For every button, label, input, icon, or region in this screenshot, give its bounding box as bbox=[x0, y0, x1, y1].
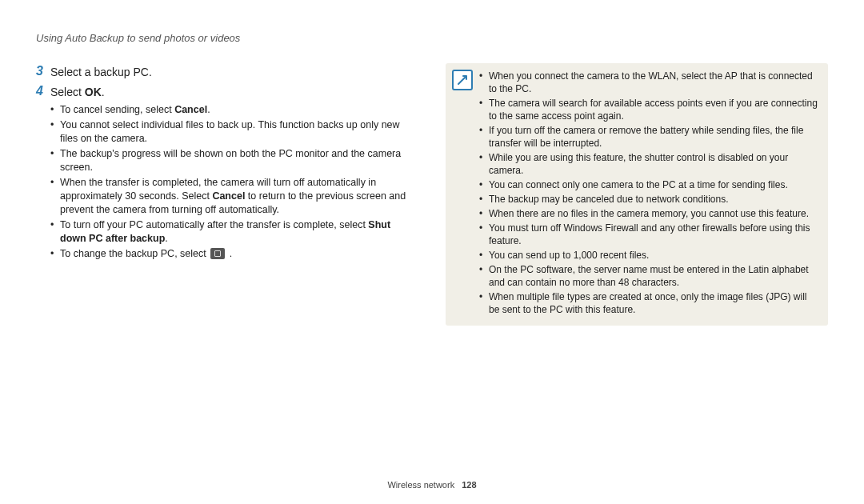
bullet-bold: Cancel bbox=[212, 190, 245, 202]
display-icon bbox=[210, 248, 225, 259]
step-4: 4 Select OK. bbox=[36, 83, 418, 100]
note-item: The camera will search for available acc… bbox=[479, 97, 818, 122]
step-number: 4 bbox=[36, 83, 50, 99]
bullet-text: To change the backup PC, select bbox=[60, 248, 209, 259]
note-item: While you are using this feature, the sh… bbox=[479, 151, 818, 177]
note-item: On the PC software, the server name must… bbox=[479, 263, 818, 289]
note-item: You must turn off Windows Firewall and a… bbox=[479, 222, 818, 247]
bullet: To turn off your PC automatically after … bbox=[50, 218, 418, 246]
bullet-tail: . bbox=[207, 104, 210, 115]
bullet: To cancel sending, select Cancel. bbox=[50, 103, 418, 117]
left-column: 3 Select a backup PC. 4 Select OK. To ca… bbox=[36, 63, 423, 326]
bullet-tail: . bbox=[165, 233, 167, 244]
note-item: When multiple file types are created at … bbox=[479, 290, 818, 316]
step-3: 3 Select a backup PC. bbox=[36, 63, 418, 80]
section-heading: Using Auto Backup to send photos or vide… bbox=[36, 32, 828, 44]
page-footer: Wireless network 128 bbox=[0, 480, 864, 490]
manual-page: Using Auto Backup to send photos or vide… bbox=[0, 0, 864, 504]
bullet: When the transfer is completed, the came… bbox=[50, 176, 418, 217]
step-text-suffix: . bbox=[102, 86, 105, 98]
note-item: The backup may be canceled due to networ… bbox=[479, 193, 818, 206]
sub-bullets: To cancel sending, select Cancel. You ca… bbox=[50, 103, 418, 261]
bullet-tail: . bbox=[226, 248, 232, 259]
bullet-text: To turn off your PC automatically after … bbox=[60, 219, 368, 230]
note-item: You can send up to 1,000 recent files. bbox=[479, 249, 818, 262]
bullet: You cannot select individual files to ba… bbox=[50, 118, 418, 146]
bullet-text: The backup's progress will be shown on b… bbox=[60, 148, 401, 173]
note-icon bbox=[452, 70, 473, 90]
note-item: If you turn off the camera or remove the… bbox=[479, 124, 818, 150]
footer-section: Wireless network bbox=[387, 480, 454, 490]
bullet: To change the backup PC, select . bbox=[50, 247, 418, 261]
step-text: Select OK. bbox=[50, 83, 418, 100]
bullet-bold: Cancel bbox=[174, 104, 207, 115]
right-column: When you connect the camera to the WLAN,… bbox=[446, 63, 828, 326]
step-number: 3 bbox=[36, 63, 50, 79]
bullet: The backup's progress will be shown on b… bbox=[50, 147, 418, 174]
note-list: When you connect the camera to the WLAN,… bbox=[479, 70, 818, 316]
note-item: When you connect the camera to the WLAN,… bbox=[479, 70, 818, 95]
step-bold: OK bbox=[85, 86, 102, 98]
note-box: When you connect the camera to the WLAN,… bbox=[446, 63, 828, 326]
note-item: You can connect only one camera to the P… bbox=[479, 178, 818, 191]
step-text-prefix: Select bbox=[50, 86, 85, 98]
bullet-text: You cannot select individual files to ba… bbox=[60, 119, 400, 144]
two-column-layout: 3 Select a backup PC. 4 Select OK. To ca… bbox=[36, 63, 828, 326]
footer-page-number: 128 bbox=[462, 480, 476, 490]
step-text: Select a backup PC. bbox=[50, 63, 418, 80]
note-item: When there are no files in the camera me… bbox=[479, 207, 818, 220]
bullet-text: To cancel sending, select bbox=[60, 104, 174, 115]
